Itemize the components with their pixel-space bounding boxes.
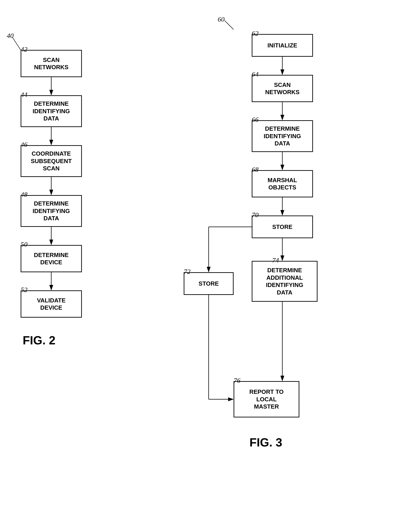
fig2-node-validate-device-text: VALIDATEDEVICE — [37, 297, 66, 311]
fig3-node-store-left-text: STORE — [199, 280, 219, 287]
fig2-node-scan-networks-label: SCANNETWORKS — [34, 56, 69, 71]
fig2-label-48: 48 — [21, 191, 27, 198]
fig2-node-coordinate-subsequent-scan-text: COORDINATESUBSEQUENTSCAN — [31, 150, 72, 172]
fig3-label-62: 62 — [252, 30, 259, 37]
fig3-node-store-left: STORE — [184, 272, 234, 295]
fig3-node-scan-networks: SCANNETWORKS — [252, 75, 313, 102]
fig2-label-46: 46 — [21, 141, 27, 148]
fig2-label-42: 42 — [21, 45, 27, 53]
fig3-label-64: 64 — [252, 70, 259, 78]
fig2-diagram-label: 40 — [7, 32, 14, 39]
fig3-node-determine-identifying: DETERMINEIDENTIFYINGDATA — [252, 120, 313, 152]
fig3-node-determine-additional-text: DETERMINEADDITIONALIDENTIFYINGDATA — [266, 267, 303, 296]
fig3-label-72: 72 — [184, 268, 191, 275]
fig2-node-determine-identifying-2-text: DETERMINEIDENTIFYINGDATA — [33, 200, 70, 222]
fig2-node-determine-device-text: DETERMINEDEVICE — [34, 251, 69, 266]
fig3-node-marshal-objects-text: MARSHALOBJECTS — [267, 177, 297, 191]
fig3-label-70: 70 — [252, 211, 259, 219]
fig2-node-determine-identifying-1-text: DETERMINEIDENTIFYINGDATA — [33, 100, 70, 122]
fig3-node-determine-identifying-text: DETERMINEIDENTIFYINGDATA — [264, 125, 301, 147]
fig2-node-determine-identifying-2: DETERMINEIDENTIFYINGDATA — [21, 195, 82, 227]
fig3-node-determine-additional: DETERMINEADDITIONALIDENTIFYINGDATA — [252, 261, 318, 302]
fig2-label-50: 50 — [21, 240, 27, 248]
fig3-node-initialize-text: INITIALIZE — [267, 42, 297, 49]
fig3-node-store-main: STORE — [252, 215, 313, 238]
fig3-node-marshal-objects: MARSHALOBJECTS — [252, 170, 313, 197]
fig2-node-scan-networks: SCANNETWORKS — [21, 50, 82, 77]
fig3-node-initialize: INITIALIZE — [252, 34, 313, 57]
fig3-diagram-label: 60 — [218, 15, 224, 23]
fig3-label-76: 76 — [234, 376, 240, 384]
fig3-caption: FIG. 3 — [250, 436, 282, 449]
fig3-node-report-to-local-master: REPORT TOLOCALMASTER — [234, 381, 299, 417]
fig3-label-68: 68 — [252, 166, 259, 173]
fig2-node-coordinate-subsequent-scan: COORDINATESUBSEQUENTSCAN — [21, 145, 82, 177]
fig2-caption: FIG. 2 — [23, 333, 55, 347]
fig2-label-44: 44 — [21, 91, 27, 99]
fig3-node-store-main-text: STORE — [272, 223, 292, 231]
fig2-label-52: 52 — [21, 286, 27, 293]
fig2-node-determine-device: DETERMINEDEVICE — [21, 245, 82, 272]
fig3-label-74: 74 — [272, 256, 279, 264]
fig2-node-determine-identifying-1: DETERMINEIDENTIFYINGDATA — [21, 95, 82, 127]
fig2-node-validate-device: VALIDATEDEVICE — [21, 290, 82, 318]
diagram-container: 40 SCANNETWORKS 42 DETERMINEIDENTIFYINGD… — [0, 0, 420, 522]
fig3-node-report-to-local-master-text: REPORT TOLOCALMASTER — [249, 388, 283, 410]
fig3-label-66: 66 — [252, 116, 259, 123]
fig3-node-scan-networks-text: SCANNETWORKS — [265, 81, 300, 96]
